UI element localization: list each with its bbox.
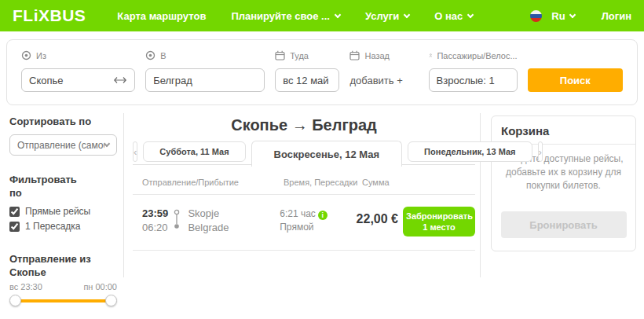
tab-monday[interactable]: Понедельник, 13 Мая	[408, 141, 532, 162]
calendar-icon	[349, 50, 360, 60]
language-selector[interactable]: Ru	[530, 10, 574, 22]
prev-day-button[interactable]: ‹	[133, 141, 137, 162]
sort-select[interactable]: Отправление (самое	[9, 134, 117, 156]
from-input[interactable]	[29, 75, 110, 86]
chevron-down-icon	[335, 11, 341, 17]
return-date-label: Назад	[364, 51, 390, 60]
nav-about[interactable]: О нас	[434, 10, 473, 22]
flixbus-logo[interactable]: FLiXBUS	[13, 6, 86, 25]
column-time-transfers: Время, Пересадки	[284, 178, 362, 187]
departure-time-slider	[9, 295, 117, 307]
slider-handle-min[interactable]	[9, 295, 21, 306]
slider-track	[12, 299, 115, 302]
departure-time: 23:59	[142, 207, 173, 221]
from-label: Из	[36, 51, 46, 60]
filters-sidebar: Сортировать по Отправление (самое Фильтр…	[0, 113, 123, 319]
chevron-down-icon	[569, 11, 575, 17]
location-icon	[145, 50, 156, 60]
destination-station: Belgrade	[188, 221, 280, 235]
filter-one-transfer[interactable]: 1 Пересадка	[9, 221, 117, 232]
results-panel: Скопье → Белград ‹ Суббота, 11 Мая Воскр…	[123, 113, 481, 277]
filter-direct-rides[interactable]: Прямые рейсы	[9, 206, 117, 217]
trip-transfers: Прямой	[280, 221, 356, 234]
search-button[interactable]: Поиск	[528, 68, 623, 92]
login-button[interactable]: Логин	[602, 10, 631, 22]
results-table-header: Отправление/Прибытие Время, Пересадки Су…	[133, 167, 475, 195]
russian-flag-icon	[530, 10, 542, 22]
depart-date-label: Туда	[290, 51, 309, 60]
route-title: Скопье → Белград	[133, 116, 475, 134]
one-transfer-checkbox[interactable]	[9, 222, 20, 232]
column-departure-arrival: Отправление/Прибытие	[142, 178, 284, 187]
origin-station: Skopje	[188, 207, 280, 221]
nav-plan-trip[interactable]: Планируйте свое ...	[231, 10, 340, 22]
trip-duration: 6:21 час	[280, 208, 316, 219]
passengers-label: Пассажиры/Велос...	[437, 51, 517, 60]
tab-sunday-active[interactable]: Воскресенье, 12 Мая	[251, 141, 403, 167]
swap-direction-icon[interactable]	[113, 76, 127, 84]
calendar-icon	[275, 50, 285, 60]
cart-panel: Корзина Найдите доступные рейсы, добавьт…	[491, 116, 636, 251]
chevron-down-icon	[467, 11, 474, 17]
cart-title: Корзина	[492, 116, 635, 145]
trip-price: 22,00 €	[357, 207, 403, 226]
next-day-button[interactable]: ›	[538, 141, 543, 162]
nav-route-map[interactable]: Карта маршрутов	[117, 10, 206, 22]
main-nav: Карта маршрутов Планируйте свое ... Услу…	[117, 10, 473, 22]
to-label: В	[160, 51, 166, 60]
arrival-time: 06:20	[142, 221, 173, 235]
date-tabs: ‹ Суббота, 11 Мая Воскресенье, 12 Мая По…	[133, 141, 475, 167]
route-stops-icon	[173, 208, 181, 232]
nav-services[interactable]: Услуги	[365, 10, 409, 22]
departure-slider-title: Отправление из Скопье	[9, 252, 97, 279]
passengers-input[interactable]	[437, 75, 510, 86]
add-return-link[interactable]: добавить +	[349, 68, 418, 92]
search-panel: Из В Туда Назад добавить +	[6, 39, 638, 105]
filter-title: Фильтровать по	[9, 173, 88, 200]
departure-min-label: вс 23:30	[9, 282, 42, 292]
reserve-button-disabled[interactable]: Бронировать	[501, 211, 627, 238]
location-icon	[21, 50, 31, 60]
departure-max-label: пн 00:00	[83, 282, 117, 292]
info-icon[interactable]	[318, 211, 327, 220]
slider-handle-max[interactable]	[105, 295, 117, 306]
trip-row: 23:59 06:20 Skopje Belgrade 6:21 час Пря…	[133, 195, 475, 251]
direct-rides-checkbox[interactable]	[9, 207, 20, 217]
chevron-down-icon	[404, 11, 410, 17]
book-seat-button[interactable]: Забронировать 1 место	[403, 207, 475, 236]
top-navbar: FLiXBUS Карта маршрутов Планируйте свое …	[0, 0, 644, 31]
column-price: Сумма	[362, 178, 390, 187]
passenger-icon	[429, 50, 433, 60]
to-input[interactable]	[153, 75, 257, 86]
depart-date-input[interactable]	[283, 75, 331, 86]
chevron-down-icon	[104, 141, 110, 147]
tab-saturday[interactable]: Суббота, 11 Мая	[143, 141, 245, 162]
sort-title: Сортировать по	[9, 115, 117, 128]
